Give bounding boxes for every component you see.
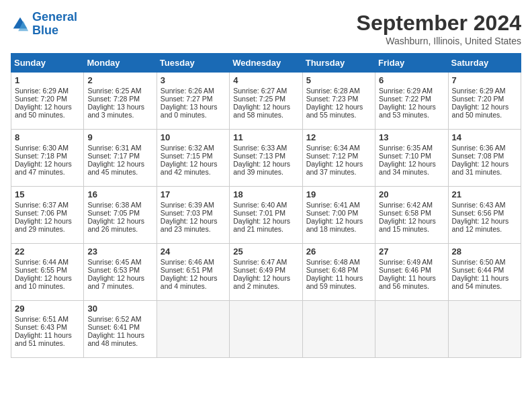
day-number: 22 bbox=[15, 246, 80, 257]
calendar-cell: 4Sunrise: 6:27 AMSunset: 7:25 PMDaylight… bbox=[230, 73, 302, 130]
sunrise: Sunrise: 6:49 AM bbox=[379, 258, 433, 266]
sunset: Sunset: 6:49 PM bbox=[233, 266, 285, 274]
header-tuesday: Tuesday bbox=[157, 54, 229, 73]
day-number: 4 bbox=[233, 75, 298, 85]
sunrise: Sunrise: 6:28 AM bbox=[306, 87, 360, 95]
day-number: 23 bbox=[87, 246, 152, 257]
sunrise: Sunrise: 6:27 AM bbox=[233, 87, 287, 95]
day-number: 28 bbox=[452, 246, 517, 257]
daylight: Daylight: 12 hours and 12 minutes. bbox=[452, 217, 509, 233]
day-number: 10 bbox=[161, 132, 226, 142]
sunrise: Sunrise: 6:37 AM bbox=[15, 201, 69, 209]
daylight: Daylight: 12 hours and 39 minutes. bbox=[233, 160, 290, 176]
sunset: Sunset: 7:15 PM bbox=[161, 152, 213, 160]
daylight: Daylight: 11 hours and 59 minutes. bbox=[306, 274, 363, 290]
calendar-header-row: Sunday Monday Tuesday Wednesday Thursday… bbox=[11, 54, 521, 73]
sunset: Sunset: 7:22 PM bbox=[379, 95, 431, 103]
sunrise: Sunrise: 6:25 AM bbox=[87, 87, 141, 95]
calendar-table: Sunday Monday Tuesday Wednesday Thursday… bbox=[11, 53, 521, 358]
logo-text: General Blue bbox=[32, 11, 77, 38]
day-number: 7 bbox=[452, 75, 517, 85]
daylight: Daylight: 12 hours and 29 minutes. bbox=[15, 217, 72, 233]
sunrise: Sunrise: 6:52 AM bbox=[87, 315, 141, 323]
sunrise: Sunrise: 6:47 AM bbox=[233, 258, 287, 266]
sunrise: Sunrise: 6:32 AM bbox=[161, 144, 214, 152]
page-header: General Blue September 2024 Washburn, Il… bbox=[11, 11, 521, 46]
sunrise: Sunrise: 6:41 AM bbox=[306, 201, 360, 209]
sunset: Sunset: 7:10 PM bbox=[379, 152, 431, 160]
sunset: Sunset: 6:46 PM bbox=[379, 266, 431, 274]
day-number: 30 bbox=[87, 304, 152, 314]
day-number: 15 bbox=[15, 189, 80, 199]
daylight: Daylight: 12 hours and 2 minutes. bbox=[233, 274, 290, 290]
sunset: Sunset: 7:12 PM bbox=[306, 152, 359, 160]
calendar-week-1: 1Sunrise: 6:29 AMSunset: 7:20 PMDaylight… bbox=[11, 73, 521, 130]
calendar-cell bbox=[448, 301, 521, 358]
calendar-cell: 20Sunrise: 6:42 AMSunset: 6:58 PMDayligh… bbox=[375, 187, 448, 244]
day-number: 9 bbox=[87, 132, 152, 142]
sunrise: Sunrise: 6:35 AM bbox=[379, 144, 433, 152]
sunset: Sunset: 7:03 PM bbox=[161, 209, 213, 217]
sunrise: Sunrise: 6:29 AM bbox=[452, 87, 506, 95]
calendar-week-4: 22Sunrise: 6:44 AMSunset: 6:55 PMDayligh… bbox=[11, 244, 521, 301]
calendar-week-3: 15Sunrise: 6:37 AMSunset: 7:06 PMDayligh… bbox=[11, 187, 521, 244]
calendar-cell: 22Sunrise: 6:44 AMSunset: 6:55 PMDayligh… bbox=[11, 244, 84, 301]
sunset: Sunset: 7:20 PM bbox=[452, 95, 504, 103]
calendar-cell: 18Sunrise: 6:40 AMSunset: 7:01 PMDayligh… bbox=[230, 187, 302, 244]
daylight: Daylight: 12 hours and 55 minutes. bbox=[306, 103, 363, 119]
daylight: Daylight: 12 hours and 23 minutes. bbox=[161, 217, 218, 233]
header-friday: Friday bbox=[375, 54, 448, 73]
header-thursday: Thursday bbox=[302, 54, 375, 73]
sunset: Sunset: 6:56 PM bbox=[452, 209, 504, 217]
daylight: Daylight: 11 hours and 48 minutes. bbox=[87, 331, 144, 347]
daylight: Daylight: 11 hours and 54 minutes. bbox=[452, 274, 509, 290]
sunrise: Sunrise: 6:50 AM bbox=[452, 258, 506, 266]
sunset: Sunset: 7:20 PM bbox=[15, 95, 67, 103]
sunrise: Sunrise: 6:29 AM bbox=[379, 87, 433, 95]
sunrise: Sunrise: 6:48 AM bbox=[306, 258, 360, 266]
calendar-cell: 27Sunrise: 6:49 AMSunset: 6:46 PMDayligh… bbox=[375, 244, 448, 301]
day-number: 3 bbox=[161, 75, 226, 85]
calendar-cell: 16Sunrise: 6:38 AMSunset: 7:05 PMDayligh… bbox=[84, 187, 157, 244]
sunrise: Sunrise: 6:45 AM bbox=[87, 258, 141, 266]
sunset: Sunset: 7:00 PM bbox=[306, 209, 359, 217]
title-block: September 2024 Washburn, Illinois, Unite… bbox=[357, 11, 521, 46]
daylight: Daylight: 12 hours and 26 minutes. bbox=[87, 217, 144, 233]
daylight: Daylight: 12 hours and 37 minutes. bbox=[306, 160, 363, 176]
daylight: Daylight: 12 hours and 47 minutes. bbox=[15, 160, 72, 176]
calendar-cell bbox=[302, 301, 375, 358]
sunrise: Sunrise: 6:29 AM bbox=[15, 87, 69, 95]
day-number: 8 bbox=[15, 132, 80, 142]
sunset: Sunset: 7:17 PM bbox=[87, 152, 140, 160]
daylight: Daylight: 12 hours and 45 minutes. bbox=[87, 160, 144, 176]
sunrise: Sunrise: 6:43 AM bbox=[452, 201, 506, 209]
day-number: 14 bbox=[452, 132, 517, 142]
sunset: Sunset: 7:08 PM bbox=[452, 152, 504, 160]
calendar-cell: 28Sunrise: 6:50 AMSunset: 6:44 PMDayligh… bbox=[448, 244, 521, 301]
sunset: Sunset: 7:01 PM bbox=[233, 209, 285, 217]
day-number: 17 bbox=[161, 189, 226, 199]
calendar-cell: 1Sunrise: 6:29 AMSunset: 7:20 PMDaylight… bbox=[11, 73, 84, 130]
sunrise: Sunrise: 6:31 AM bbox=[87, 144, 141, 152]
calendar-cell: 26Sunrise: 6:48 AMSunset: 6:48 PMDayligh… bbox=[302, 244, 375, 301]
sunrise: Sunrise: 6:44 AM bbox=[15, 258, 69, 266]
sunrise: Sunrise: 6:51 AM bbox=[15, 315, 69, 323]
daylight: Daylight: 11 hours and 56 minutes. bbox=[379, 274, 436, 290]
day-number: 29 bbox=[15, 304, 80, 314]
calendar-week-5: 29Sunrise: 6:51 AMSunset: 6:43 PMDayligh… bbox=[11, 301, 521, 358]
sunrise: Sunrise: 6:34 AM bbox=[306, 144, 360, 152]
calendar-cell: 2Sunrise: 6:25 AMSunset: 7:28 PMDaylight… bbox=[84, 73, 157, 130]
sunset: Sunset: 6:48 PM bbox=[306, 266, 359, 274]
sunrise: Sunrise: 6:46 AM bbox=[161, 258, 214, 266]
calendar-cell: 3Sunrise: 6:26 AMSunset: 7:27 PMDaylight… bbox=[157, 73, 229, 130]
sunrise: Sunrise: 6:39 AM bbox=[161, 201, 214, 209]
sunset: Sunset: 6:41 PM bbox=[87, 323, 140, 331]
calendar-cell: 6Sunrise: 6:29 AMSunset: 7:22 PMDaylight… bbox=[375, 73, 448, 130]
calendar-cell: 15Sunrise: 6:37 AMSunset: 7:06 PMDayligh… bbox=[11, 187, 84, 244]
calendar-cell bbox=[230, 301, 302, 358]
day-number: 6 bbox=[379, 75, 444, 85]
calendar-cell: 11Sunrise: 6:33 AMSunset: 7:13 PMDayligh… bbox=[230, 130, 302, 187]
sunrise: Sunrise: 6:40 AM bbox=[233, 201, 287, 209]
day-number: 24 bbox=[161, 246, 226, 257]
daylight: Daylight: 13 hours and 0 minutes. bbox=[161, 103, 218, 119]
